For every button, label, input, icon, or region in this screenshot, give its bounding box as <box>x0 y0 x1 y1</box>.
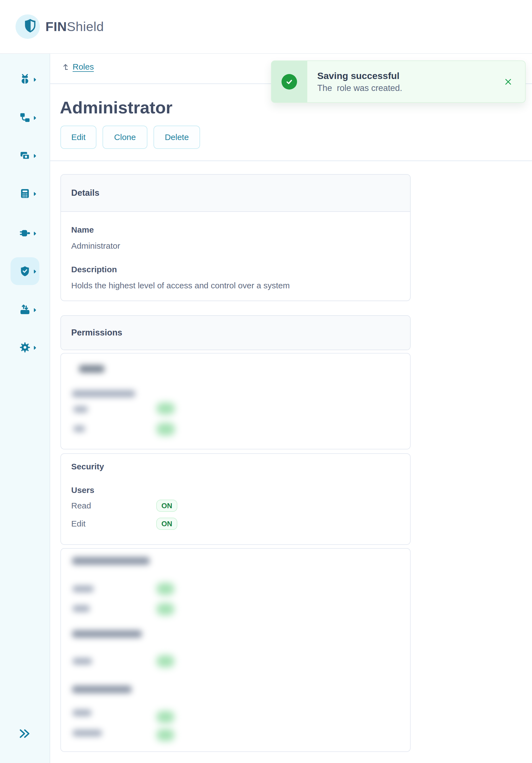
sidebar-item-import-export[interactable] <box>11 296 39 324</box>
caret-right-icon <box>33 346 36 350</box>
details-card: Details Name Administrator Description H… <box>60 174 411 301</box>
users-group-label: Users <box>71 486 94 495</box>
caret-right-icon <box>33 270 36 273</box>
level-up-arrow-icon <box>61 63 70 71</box>
caret-right-icon <box>33 232 36 236</box>
redacted-permission-label <box>73 426 85 432</box>
app-screen: FINShield <box>0 0 532 763</box>
success-check-icon <box>282 74 297 89</box>
redacted-permission-label <box>73 730 102 736</box>
details-card-header: Details <box>61 175 410 212</box>
bug-icon <box>19 73 31 85</box>
caret-right-icon <box>33 78 36 82</box>
chevrons-right-icon <box>18 728 31 739</box>
redacted-group-label <box>72 630 142 638</box>
action-button-row: Edit Clone Delete <box>60 126 200 149</box>
sidebar-item-settings[interactable] <box>11 334 39 361</box>
permission-section-redacted-1 <box>60 353 411 449</box>
permissions-card: Permissions <box>60 315 411 350</box>
redacted-permission-label <box>73 658 92 665</box>
sidebar-expand-button[interactable] <box>12 726 37 741</box>
sidebar-item-calculator[interactable] <box>11 180 39 207</box>
permissions-header-title: Permissions <box>71 328 122 338</box>
tray-arrows-icon <box>19 304 31 315</box>
clone-button[interactable]: Clone <box>103 126 147 149</box>
redacted-section-title <box>79 365 105 373</box>
delete-button[interactable]: Delete <box>153 126 200 149</box>
breadcrumb-roles-link[interactable]: Roles <box>73 62 94 71</box>
redacted-state-badge <box>156 603 174 615</box>
sidebar-item-bug[interactable] <box>11 65 39 93</box>
redacted-permission-label <box>73 406 88 412</box>
brand-light-text: Shield <box>67 19 104 34</box>
redacted-permission-label <box>73 605 90 612</box>
toast-icon-strip <box>272 61 307 102</box>
permission-section-security: Security Users Read ON Edit ON <box>60 453 411 545</box>
sidebar-item-workflow[interactable] <box>11 104 39 131</box>
permission-label-edit: Edit <box>71 519 86 528</box>
redacted-section-title <box>72 557 150 565</box>
permission-label-read: Read <box>71 501 91 510</box>
sidebar-item-cards[interactable] <box>11 142 39 169</box>
gear-icon <box>19 342 31 353</box>
redacted-state-badge <box>156 729 174 741</box>
permissions-card-header: Permissions <box>61 316 410 350</box>
redacted-state-badge <box>156 655 174 667</box>
brand-wordmark: FINShield <box>45 20 104 33</box>
plug-icon <box>19 227 31 239</box>
caret-right-icon <box>33 116 36 120</box>
section-divider <box>50 161 532 161</box>
security-section-title: Security <box>71 462 104 471</box>
workflow-icon <box>19 112 31 123</box>
edit-button[interactable]: Edit <box>60 126 96 149</box>
brand-bold-text: FIN <box>45 19 67 34</box>
caret-right-icon <box>33 192 36 196</box>
top-bar: FINShield <box>0 0 532 54</box>
sidebar-item-security-roles[interactable] <box>11 257 39 285</box>
cards-icon <box>19 150 31 162</box>
redacted-group-label <box>72 390 135 397</box>
edit-state-badge: ON <box>156 518 177 530</box>
caret-right-icon <box>33 308 36 312</box>
toast-message: The role was created. <box>317 83 402 93</box>
redacted-permission-label <box>73 709 91 716</box>
description-label: Description <box>71 265 117 274</box>
permission-section-redacted-2 <box>60 548 411 752</box>
page-title: Administrator <box>60 98 172 117</box>
redacted-state-badge <box>156 423 175 436</box>
shield-check-icon <box>19 265 31 277</box>
success-toast: Saving successful The role was created. <box>271 60 526 103</box>
breadcrumb: Roles <box>61 62 94 71</box>
redacted-state-badge <box>156 711 174 723</box>
redacted-group-label <box>72 686 132 693</box>
redacted-state-badge <box>156 402 175 414</box>
name-label: Name <box>71 225 94 235</box>
sidebar-item-plug[interactable] <box>11 219 39 247</box>
toast-close-icon[interactable] <box>504 78 512 86</box>
description-value: Holds the highest level of access and co… <box>71 281 290 290</box>
details-header-title: Details <box>71 188 100 198</box>
read-state-badge: ON <box>156 499 177 512</box>
caret-right-icon <box>33 154 36 158</box>
sidebar <box>0 54 50 763</box>
toast-title: Saving successful <box>317 70 399 81</box>
redacted-state-badge <box>156 583 174 595</box>
name-value: Administrator <box>71 241 120 251</box>
calculator-icon <box>19 188 31 199</box>
shield-logo-icon <box>24 18 37 33</box>
redacted-permission-label <box>73 586 94 592</box>
